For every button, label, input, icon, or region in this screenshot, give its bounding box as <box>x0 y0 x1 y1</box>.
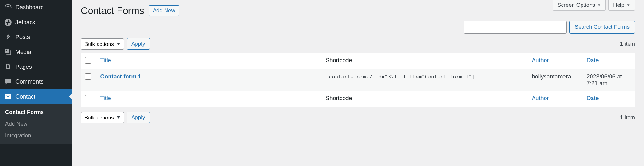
sidebar-item-label: Pages <box>15 64 32 70</box>
sidebar-item-comments[interactable]: Comments <box>0 74 72 89</box>
sidebar-item-label: Comments <box>15 78 43 85</box>
column-author-sort-bottom[interactable]: Author <box>532 95 549 101</box>
column-title-sort-bottom[interactable]: Title <box>100 95 111 101</box>
svg-point-0 <box>5 19 12 26</box>
caret-down-icon: ▼ <box>626 3 630 7</box>
jetpack-icon <box>4 18 12 26</box>
page-title: Contact Forms <box>81 5 144 16</box>
apply-button-top[interactable]: Apply <box>127 38 150 50</box>
bulk-actions-select-bottom[interactable]: Bulk actions <box>81 112 124 123</box>
dashboard-icon <box>4 3 12 12</box>
search-input[interactable] <box>464 21 567 34</box>
select-all-checkbox-top[interactable] <box>85 57 91 64</box>
sidebar-item-dashboard[interactable]: Dashboard <box>0 0 72 15</box>
row-author: hollysantamera <box>528 69 583 91</box>
screen-options-tab[interactable]: Screen Options ▼ <box>553 0 606 11</box>
item-count-bottom: 1 item <box>620 114 635 121</box>
main-content: Screen Options ▼ Help ▼ Contact Forms Ad… <box>72 0 644 166</box>
add-new-button[interactable]: Add New <box>149 5 179 16</box>
column-shortcode: Shortcode <box>322 53 528 69</box>
sidebar-item-posts[interactable]: Posts <box>0 30 72 45</box>
row-checkbox[interactable] <box>85 73 91 80</box>
admin-sidebar: Dashboard Jetpack Posts Media Pages Comm… <box>0 0 72 166</box>
shortcode-input[interactable] <box>326 74 484 80</box>
sidebar-subitem-add-new[interactable]: Add New <box>0 118 72 130</box>
column-shortcode-bottom: Shortcode <box>322 91 528 107</box>
column-title-sort[interactable]: Title <box>100 57 111 64</box>
envelope-icon <box>4 92 12 101</box>
sidebar-subitem-contact-forms[interactable]: Contact Forms <box>0 107 72 118</box>
sidebar-item-contact[interactable]: Contact <box>0 89 72 104</box>
search-button[interactable]: Search Contact Forms <box>569 21 635 34</box>
contact-forms-table: Title Shortcode Author Date Contact form… <box>81 53 635 107</box>
select-all-checkbox-bottom[interactable] <box>85 95 91 101</box>
sidebar-item-label: Posts <box>15 34 30 41</box>
sidebar-item-label: Jetpack <box>15 19 35 26</box>
pages-icon <box>4 63 12 71</box>
sidebar-item-pages[interactable]: Pages <box>0 59 72 74</box>
bulk-actions-select[interactable]: Bulk actions <box>81 38 124 50</box>
item-count-top: 1 item <box>620 41 635 47</box>
screen-options-label: Screen Options <box>557 2 595 8</box>
sidebar-item-label: Media <box>15 49 31 56</box>
row-date: 2023/06/06 at 7:21 am <box>583 69 635 91</box>
column-date-sort-bottom[interactable]: Date <box>587 95 599 101</box>
sidebar-item-jetpack[interactable]: Jetpack <box>0 15 72 30</box>
pin-icon <box>4 33 12 41</box>
help-tab[interactable]: Help ▼ <box>608 0 635 11</box>
sidebar-submenu: Contact Forms Add New Integration <box>0 104 72 144</box>
help-label: Help <box>613 2 624 8</box>
caret-down-icon: ▼ <box>597 3 601 7</box>
sidebar-item-media[interactable]: Media <box>0 45 72 59</box>
table-row: Contact form 1 hollysantamera 2023/06/06… <box>81 69 635 91</box>
sidebar-subitem-integration[interactable]: Integration <box>0 130 72 141</box>
sidebar-item-label: Dashboard <box>15 4 44 11</box>
media-icon <box>4 48 12 56</box>
comment-icon <box>4 78 12 86</box>
form-title-link[interactable]: Contact form 1 <box>100 73 141 80</box>
apply-button-bottom[interactable]: Apply <box>127 112 150 123</box>
column-date-sort[interactable]: Date <box>587 57 599 64</box>
sidebar-item-label: Contact <box>15 93 35 100</box>
column-author-sort[interactable]: Author <box>532 57 549 64</box>
